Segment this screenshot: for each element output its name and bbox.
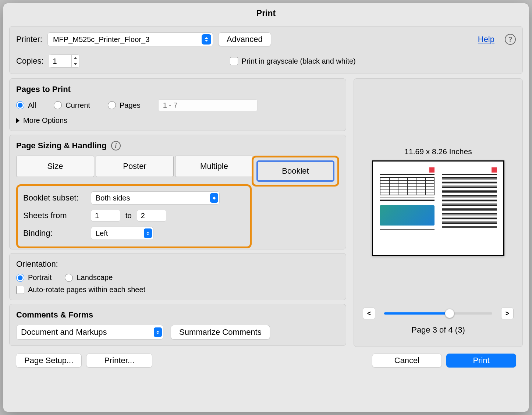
orientation-portrait[interactable]: Portrait [16, 273, 52, 282]
page-setup-button[interactable]: Page Setup... [16, 354, 82, 368]
autorotate-label: Auto-rotate pages within each sheet [28, 285, 145, 294]
radio-current-label: Current [65, 101, 90, 110]
updown-caret-icon [202, 34, 211, 45]
pages-radio-all[interactable]: All [16, 101, 36, 110]
grayscale-checkbox[interactable] [230, 57, 238, 65]
radio-all-label: All [28, 101, 36, 110]
printer-label: Printer: [16, 35, 42, 44]
sizing-panel: Page Sizing & Handling i Size Poster Mul… [9, 135, 346, 249]
pages-panel: Pages to Print All Current Pages [9, 78, 346, 131]
printer-row: Printer: MFP_M525c_Printer_Floor_3 Advan… [16, 32, 516, 46]
subset-row: Booklet subset: Both sides [23, 191, 245, 205]
columns: Pages to Print All Current Pages [9, 78, 523, 347]
radio-landscape-label: Landscape [77, 273, 113, 282]
thumb-table [380, 177, 435, 195]
grayscale-row: Print in grayscale (black and white) [230, 57, 356, 65]
highlight-booklet-fields: Booklet subset: Both sides Sheets from t… [16, 184, 252, 248]
preview-controls: < > [360, 308, 517, 319]
sheets-to-input[interactable] [137, 210, 166, 221]
stepper-up-icon[interactable] [72, 55, 79, 61]
stepper-down-icon[interactable] [72, 61, 79, 67]
preview-dimensions: 11.69 x 8.26 Inches [404, 147, 472, 156]
grayscale-label: Print in grayscale (black and white) [242, 57, 356, 65]
sizing-heading: Page Sizing & Handling [16, 141, 107, 150]
tab-multiple[interactable]: Multiple [175, 156, 253, 177]
left-column: Pages to Print All Current Pages [9, 78, 346, 347]
updown-caret-icon [144, 228, 152, 238]
thumb-right-page [442, 167, 497, 249]
updown-caret-icon [154, 327, 162, 337]
help-link[interactable]: Help [478, 35, 494, 44]
pages-radio-pages[interactable]: Pages [108, 101, 141, 110]
info-icon[interactable]: i [111, 141, 121, 150]
radio-portrait-label: Portrait [28, 273, 52, 282]
binding-label: Binding: [23, 228, 86, 238]
help-icon[interactable]: ? [505, 34, 516, 45]
printer-select[interactable]: MFP_M525c_Printer_Floor_3 [47, 32, 213, 46]
preview-slider[interactable] [384, 310, 492, 317]
printer-button[interactable]: Printer... [86, 354, 152, 368]
radio-portrait[interactable] [16, 274, 24, 282]
sizing-heading-row: Page Sizing & Handling i [16, 141, 339, 150]
orientation-landscape[interactable]: Landscape [65, 273, 113, 282]
dialog-content: Printer: MFP_M525c_Printer_Floor_3 Advan… [3, 23, 529, 377]
highlight-booklet-tab: Booklet [252, 156, 339, 187]
comments-panel: Comments & Forms Document and Markups Su… [9, 304, 346, 346]
stepper-arrows[interactable] [71, 55, 79, 67]
comments-select[interactable]: Document and Markups [16, 325, 163, 340]
tab-booklet[interactable]: Booklet [256, 160, 334, 182]
subset-select[interactable]: Both sides [91, 191, 220, 205]
copies-stepper[interactable] [49, 54, 80, 68]
right-column: 11.69 x 8.26 Inches [354, 78, 523, 347]
dialog-footer: Page Setup... Printer... Cancel Print [9, 347, 523, 371]
printer-select-value: MFP_M525c_Printer_Floor_3 [53, 35, 149, 44]
pdf-badge-icon [429, 167, 435, 173]
binding-select[interactable]: Left [91, 227, 153, 240]
segmented-row: Size Poster Multiple Booklet [16, 156, 339, 187]
preview-prev-button[interactable]: < [363, 308, 375, 319]
preview-page-status: Page 3 of 4 (3) [411, 325, 465, 335]
cancel-button[interactable]: Cancel [372, 354, 442, 368]
sheets-from-input[interactable] [91, 210, 120, 221]
subset-value: Both sides [96, 194, 130, 202]
radio-all[interactable] [16, 101, 24, 109]
sheets-row: Sheets from to [23, 210, 245, 221]
copies-label: Copies: [16, 56, 44, 66]
sheets-to-label: to [125, 212, 132, 220]
radio-pages-label: Pages [120, 101, 141, 110]
summarize-comments-button[interactable]: Summarize Comments [171, 325, 270, 340]
copies-input[interactable] [49, 55, 71, 67]
preview-thumbnail [372, 160, 504, 256]
slider-fill [384, 312, 447, 315]
tab-poster[interactable]: Poster [96, 156, 174, 177]
disclosure-triangle-icon [16, 118, 19, 123]
orientation-heading: Orientation: [16, 259, 339, 269]
preview-next-button[interactable]: > [501, 308, 514, 319]
tab-size[interactable]: Size [16, 156, 94, 177]
dialog-title: Print [3, 3, 529, 23]
pages-range-input[interactable] [158, 99, 258, 111]
radio-pages[interactable] [108, 101, 116, 109]
advanced-button[interactable]: Advanced [218, 32, 271, 46]
sheets-label: Sheets from [23, 211, 86, 220]
pages-radio-current[interactable]: Current [54, 101, 90, 110]
more-options-label: More Options [23, 116, 67, 125]
binding-value: Left [96, 229, 108, 238]
printer-panel: Printer: MFP_M525c_Printer_Floor_3 Advan… [9, 26, 523, 74]
autorotate-checkbox[interactable] [16, 286, 24, 294]
comments-value: Document and Markups [21, 327, 107, 337]
radio-current[interactable] [54, 101, 62, 109]
preview-panel: 11.69 x 8.26 Inches [354, 78, 523, 347]
orientation-radio-row: Portrait Landscape [16, 273, 339, 282]
radio-landscape[interactable] [65, 274, 73, 282]
pdf-badge-icon [492, 167, 497, 173]
more-options-toggle[interactable]: More Options [16, 116, 339, 125]
thumb-image [380, 205, 435, 226]
slider-thumb-icon[interactable] [445, 309, 454, 318]
binding-row: Binding: Left [23, 227, 245, 240]
print-button[interactable]: Print [446, 354, 516, 368]
print-dialog-window: Print Printer: MFP_M525c_Printer_Floor_3… [3, 3, 529, 412]
orientation-panel: Orientation: Portrait Landscape [9, 253, 346, 300]
comments-row: Document and Markups Summarize Comments [16, 325, 339, 340]
copies-row: Copies: Print in grayscale (black and wh… [16, 54, 516, 68]
